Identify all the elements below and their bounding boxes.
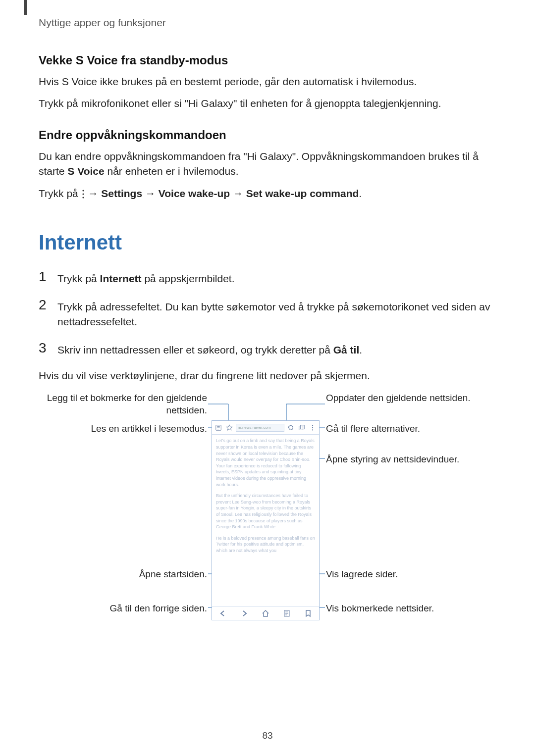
browser-bottom-toolbar (212, 606, 319, 620)
placeholder-paragraph: He is a beloved presence among baseball … (216, 535, 315, 554)
text-strong: Gå til (333, 344, 360, 355)
step-number: 1 (39, 269, 57, 285)
text: Trykk på (57, 273, 100, 284)
svg-point-17 (312, 429, 313, 430)
text: Trykk på (39, 188, 81, 199)
saved-pages-icon (282, 608, 292, 618)
paragraph: Hvis du vil vise verktøylinjene, drar du… (39, 368, 499, 383)
more-vertical-icon (81, 188, 85, 198)
text-arrow: → (230, 188, 246, 199)
text-strong: Settings (101, 188, 142, 199)
windows-icon (297, 423, 306, 432)
section-title-internett: Internett (39, 231, 499, 254)
browser-top-toolbar: m.news.naver.com (212, 421, 319, 435)
page-number: 83 (0, 730, 535, 741)
callout-bookmark-add: Legg til et bokmerke for den gjeldende n… (39, 392, 207, 416)
running-header: Nyttige apper og funksjoner (39, 17, 499, 29)
forward-arrow-icon (239, 608, 249, 618)
callout-window-manager: Åpne styring av nettsidevinduer. (326, 454, 494, 466)
callout-bookmarked-sites: Vis bokmerkede nettsider. (326, 603, 494, 615)
placeholder-paragraph: But the unfriendly circumstances have fa… (216, 493, 315, 530)
svg-point-0 (82, 190, 84, 192)
step-item: 3 Skriv inn nettadressen eller et søkeor… (39, 341, 499, 357)
reader-mode-icon (214, 423, 223, 432)
text-strong: Internett (100, 273, 142, 284)
paragraph: Du kan endre oppvåkningskommandoen fra "… (39, 149, 499, 179)
paragraph: Hvis S Voice ikke brukes på en bestemt p… (39, 74, 499, 89)
callout-reader-mode: Les en artikkel i lesemodus. (39, 423, 207, 435)
browser-page-content: Let's go out on a limb and say that bein… (212, 435, 319, 607)
callout-open-home: Åpne startsiden. (39, 568, 207, 581)
text-strong: Voice wake-up (159, 188, 230, 199)
refresh-icon (286, 423, 295, 432)
text: . (359, 188, 362, 199)
step-item: 2 Trykk på adressefeltet. Du kan bytte s… (39, 298, 499, 330)
phone-screenshot: m.news.naver.com Let's go out on a limb … (212, 420, 320, 620)
text: Skriv inn nettadressen eller et søkeord,… (57, 344, 333, 355)
numbered-steps: 1 Trykk på Internett på appskjermbildet.… (39, 269, 499, 357)
svg-point-1 (82, 194, 84, 195)
back-arrow-icon (218, 608, 228, 618)
text: . (359, 344, 362, 355)
text-strong: Set wake-up command (246, 188, 359, 199)
section-heading-svoice-wake: Vekke S Voice fra standby-modus (39, 53, 499, 67)
address-bar: m.news.naver.com (236, 424, 284, 432)
text: når enheten er i hvilemodus. (105, 165, 239, 177)
paragraph: Trykk på mikrofonikonet eller si "Hi Gal… (39, 96, 499, 111)
bookmark-star-icon (225, 423, 234, 432)
svg-marker-12 (226, 425, 232, 430)
svg-point-16 (312, 427, 313, 428)
home-icon (261, 608, 270, 618)
text: på appskjermbildet. (142, 273, 235, 284)
margin-tab-mark (24, 0, 27, 15)
text-strong: S Voice (67, 165, 104, 177)
callout-more-options: Gå til flere alternativer. (326, 423, 494, 435)
bookmarks-icon (303, 608, 313, 618)
callout-go-back: Gå til den forrige siden. (39, 603, 207, 615)
more-vertical-icon (308, 423, 317, 432)
text-arrow: → (142, 188, 159, 199)
step-text: Trykk på adressefeltet. Du kan bytte søk… (57, 298, 499, 330)
svg-point-2 (82, 197, 84, 199)
svg-rect-14 (300, 425, 304, 429)
section-heading-change-wake-command: Endre oppvåkningskommandoen (39, 128, 499, 142)
step-text: Trykk på Internett på appskjermbildet. (57, 269, 235, 286)
svg-rect-13 (299, 426, 303, 430)
svg-point-15 (312, 425, 313, 426)
step-number: 2 (39, 298, 57, 313)
callout-saved-pages: Vis lagrede sider. (326, 568, 494, 581)
paragraph: Trykk på → Settings → Voice wake-up → Se… (39, 186, 499, 201)
placeholder-paragraph: Let's go out on a limb and say that bein… (216, 438, 315, 488)
callout-refresh: Oppdater den gjeldende nettsiden. (326, 392, 494, 404)
step-number: 3 (39, 341, 57, 356)
step-text: Skriv inn nettadressen eller et søkeord,… (57, 341, 362, 357)
text-arrow: → (85, 188, 102, 199)
figure-browser-ui: Legg til et bokmerke for den gjeldende n… (39, 392, 499, 630)
step-item: 1 Trykk på Internett på appskjermbildet. (39, 269, 499, 286)
